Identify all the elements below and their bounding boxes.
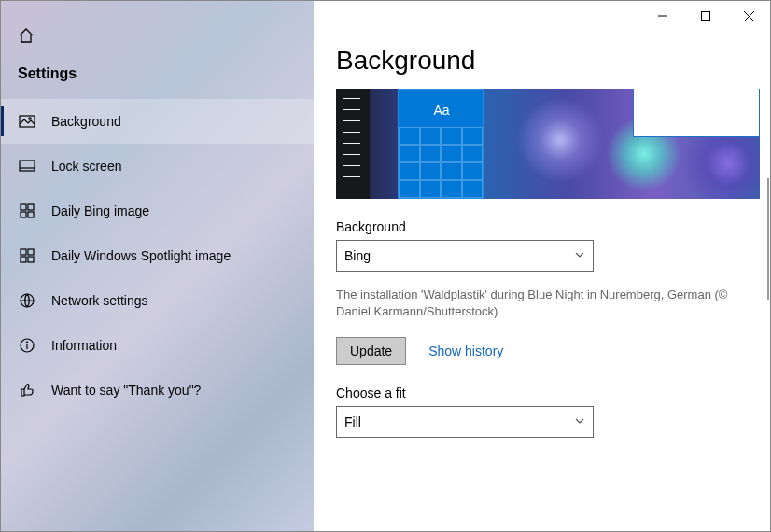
page-title: Background xyxy=(336,46,748,76)
actions-row: Update Show history xyxy=(336,337,748,365)
home-icon xyxy=(18,27,35,47)
sidebar-item-daily-spotlight[interactable]: Daily Windows Spotlight image xyxy=(1,233,314,278)
picture-icon xyxy=(18,112,36,131)
svg-rect-6 xyxy=(28,212,34,217)
svg-rect-4 xyxy=(28,204,34,210)
nav-label: Daily Windows Spotlight image xyxy=(51,248,231,263)
preview-taskbar-col xyxy=(336,89,370,199)
sidebar-item-thank-you[interactable]: Want to say "Thank you"? xyxy=(1,368,314,413)
chevron-down-icon xyxy=(574,249,585,262)
home-button[interactable] xyxy=(1,18,314,52)
nav-list: Background Lock screen Daily Bing image xyxy=(1,99,314,413)
svg-rect-7 xyxy=(21,249,26,255)
preview-foreground-window xyxy=(633,89,760,137)
svg-rect-9 xyxy=(21,257,26,262)
tiles-icon xyxy=(18,202,36,220)
sidebar: Settings Background Lock screen xyxy=(1,1,314,531)
nav-label: Lock screen xyxy=(51,159,121,174)
background-label: Background xyxy=(336,219,748,234)
fit-label: Choose a fit xyxy=(336,385,748,400)
sidebar-item-lock-screen[interactable]: Lock screen xyxy=(1,144,314,189)
show-history-link[interactable]: Show history xyxy=(428,343,503,358)
close-button[interactable] xyxy=(727,1,770,31)
background-select-value: Bing xyxy=(344,248,371,263)
update-button[interactable]: Update xyxy=(336,337,406,365)
svg-rect-14 xyxy=(702,12,710,21)
sidebar-item-background[interactable]: Background xyxy=(1,99,314,144)
nav-label: Want to say "Thank you"? xyxy=(51,383,201,398)
info-icon xyxy=(18,336,36,355)
maximize-button[interactable] xyxy=(684,1,727,31)
svg-rect-2 xyxy=(20,161,35,171)
chevron-down-icon xyxy=(574,415,585,428)
preview-text-sample: Aa xyxy=(399,103,484,118)
tiles-icon xyxy=(18,246,36,265)
scrollbar[interactable] xyxy=(767,178,769,300)
thumbs-up-icon xyxy=(18,381,36,399)
nav-label: Information xyxy=(51,338,117,353)
sidebar-item-information[interactable]: Information xyxy=(1,323,314,368)
minimize-button[interactable] xyxy=(641,1,684,31)
svg-point-13 xyxy=(26,342,27,343)
nav-label: Background xyxy=(51,114,121,129)
svg-rect-3 xyxy=(21,204,26,210)
nav-label: Daily Bing image xyxy=(51,203,149,218)
svg-rect-5 xyxy=(21,212,26,217)
globe-icon xyxy=(18,291,36,310)
sidebar-title: Settings xyxy=(1,52,314,99)
window-controls xyxy=(641,1,770,31)
svg-point-1 xyxy=(29,118,31,119)
monitor-icon xyxy=(18,157,36,175)
background-select[interactable]: Bing xyxy=(336,240,594,272)
main-content: Background Aa Background Bing xyxy=(314,1,770,531)
sidebar-item-daily-bing[interactable]: Daily Bing image xyxy=(1,189,314,233)
fit-select-value: Fill xyxy=(344,414,361,429)
background-preview: Aa xyxy=(336,89,760,199)
svg-rect-8 xyxy=(28,249,34,255)
nav-label: Network settings xyxy=(51,293,147,308)
preview-tile-grid: Aa xyxy=(398,89,484,199)
image-caption: The installation 'Waldplastik' during Bl… xyxy=(336,287,760,320)
fit-select[interactable]: Fill xyxy=(336,406,594,438)
sidebar-item-network[interactable]: Network settings xyxy=(1,278,314,323)
svg-rect-10 xyxy=(28,257,34,262)
